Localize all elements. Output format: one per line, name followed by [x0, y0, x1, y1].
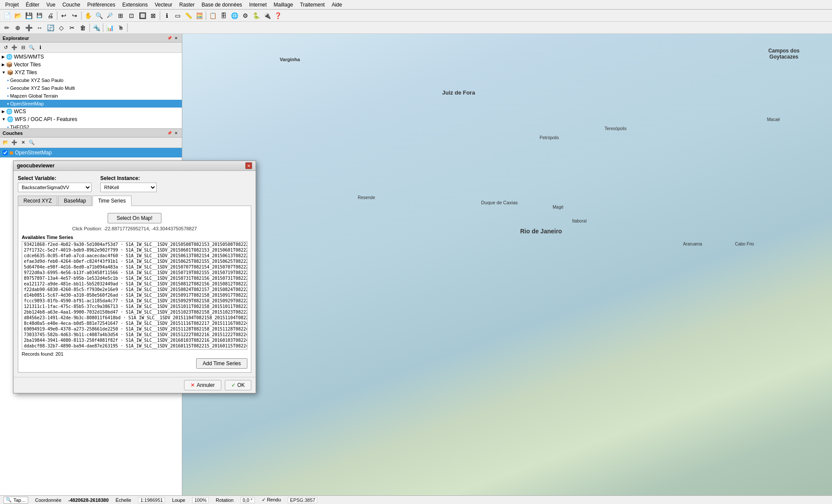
tab-time-series[interactable]: Time Series: [92, 196, 132, 206]
ts-list-item[interactable]: 89757897-13a4-4e57-b95b-1e532d4e5c1b · S…: [22, 275, 247, 281]
zoom-native-btn[interactable]: ⊠: [148, 10, 158, 21]
ts-list-item[interactable]: 2bb124b8-a63e-4aa1-9900-7032d150bd47 · S…: [22, 309, 247, 315]
collapse-btn[interactable]: ⊟: [19, 44, 27, 52]
snap-btn[interactable]: 🔩: [91, 23, 102, 33]
ts-list-item[interactable]: 93421868-f2ed-4b02-9a30-5d1004af53d7 · S…: [22, 242, 247, 247]
tree-item-theos2[interactable]: ▪ THEOS2: [0, 123, 182, 129]
print-btn[interactable]: 🖨: [45, 10, 56, 21]
move-btn[interactable]: ↔: [34, 23, 45, 33]
select-variable-dropdown[interactable]: BackscatterSigma0VV: [18, 183, 92, 192]
tree-item-osm[interactable]: ▪ OpenStreetMap: [0, 100, 182, 108]
ok-btn[interactable]: ✓ OK: [225, 380, 251, 390]
dialog-titlebar[interactable]: geocubeviewer ✕: [13, 161, 256, 171]
remove-lyr-btn[interactable]: ✕: [19, 139, 27, 147]
help-btn[interactable]: ❓: [273, 10, 283, 21]
select-instance-dropdown[interactable]: RNKell: [100, 183, 157, 192]
tree-item-mapzen[interactable]: ▪ Mapzen Global Terrain: [0, 92, 182, 100]
ts-list-item[interactable]: efae3d9d-feb0-4264-b0ef-c824f43f91b1 · S…: [22, 259, 247, 264]
undo-btn[interactable]: ↩: [59, 10, 69, 21]
save-btn[interactable]: 💾: [23, 10, 34, 21]
properties-btn[interactable]: ℹ: [36, 44, 44, 52]
zoom-in-btn[interactable]: 🔍: [94, 10, 104, 21]
digitize-btn[interactable]: ✏: [2, 23, 12, 33]
ts-list-item[interactable]: 9722d0a3-6995-4e56-b13f-a03458f11566 · S…: [22, 270, 247, 275]
ts-list-item[interactable]: cdce6635-0c05-4fa0-a7cd-aacecdac4f60 · S…: [22, 253, 247, 259]
zoom-extent-btn[interactable]: ⊞: [115, 10, 126, 21]
open-layer-btn[interactable]: 📋: [207, 10, 218, 21]
ts-list-item[interactable]: f22dab90-6830-4260-85c5-f7930e2e16e9 · S…: [22, 287, 247, 292]
search-box[interactable]: 🔍 Tap…: [3, 497, 28, 504]
add-time-series-btn[interactable]: Add Time Series: [196, 358, 247, 369]
layer-osm[interactable]: ■ OpenStreetMap: [0, 148, 182, 157]
delete-btn[interactable]: 🗑: [78, 23, 88, 33]
filter-lyr-btn[interactable]: 🔍: [28, 139, 36, 147]
identify-btn[interactable]: ℹ: [161, 10, 172, 21]
redo-btn[interactable]: ↪: [69, 10, 80, 21]
open-btn[interactable]: 📂: [13, 10, 23, 21]
python-btn[interactable]: 🐍: [251, 10, 261, 21]
measure-btn[interactable]: 📏: [183, 10, 194, 21]
rotation-value[interactable]: 0,0 °: [240, 497, 255, 503]
reshape-btn[interactable]: ◇: [56, 23, 66, 33]
new-project-btn[interactable]: 📄: [2, 10, 12, 21]
add-lyr-btn[interactable]: ➕: [10, 139, 18, 147]
ts-list-item[interactable]: 121311c1-1fac-475c-85b5-37cc9a386713 · S…: [22, 304, 247, 309]
ts-list-item[interactable]: 2ba19844-3941-4080-8113-250f4081f82f · S…: [22, 337, 247, 343]
ts-list-item[interactable]: ddabcf08-32b7-4890-ba94-dae87e263195 · S…: [22, 343, 247, 349]
filter-btn[interactable]: 🔍: [28, 44, 36, 52]
couches-pin-btn[interactable]: 📌: [166, 130, 172, 136]
tab-record-xyz[interactable]: Record XYZ: [18, 196, 57, 206]
explorer-pin-btn[interactable]: 📌: [166, 35, 172, 41]
dialog-close-btn[interactable]: ✕: [245, 162, 252, 169]
tree-item-geocube-sp[interactable]: ▪ Geocube XYZ Sao Paulo: [0, 76, 182, 84]
time-series-listbox[interactable]: 93421868-f2ed-4b02-9a30-5d1004af53d7 · S…: [22, 241, 247, 350]
tree-item-xyz-tiles[interactable]: ▼ 📦 XYZ Tiles: [0, 69, 182, 76]
menu-aide[interactable]: Aide: [328, 1, 345, 9]
open-lyr-btn[interactable]: 📂: [2, 139, 10, 147]
menu-vue[interactable]: Vue: [43, 1, 59, 9]
select-feature-btn[interactable]: 🖱: [115, 23, 126, 33]
browser-btn[interactable]: 🌐: [229, 10, 240, 21]
ts-list-item[interactable]: 8c48d0a5-e40e-4eca-b0d5-881e72541647 · S…: [22, 321, 247, 326]
refresh-btn[interactable]: ↺: [2, 44, 10, 52]
tree-item-geocube-sp-multi[interactable]: ▪ Geocube XYZ Sao Paulo Multi: [0, 84, 182, 92]
split-btn[interactable]: ✂: [67, 23, 77, 33]
ts-list-item[interactable]: 27f1732c-5e2f-4019-bdb9-8962e902f799 · S…: [22, 247, 247, 253]
zoom-layer-btn[interactable]: ⊡: [126, 10, 137, 21]
menu-internet[interactable]: Internet: [246, 1, 270, 9]
select-on-map-btn[interactable]: Select On Map!: [108, 213, 162, 223]
ts-list-item[interactable]: 5d64704e-e98f-4d16-8ed0-a71b094a483a · S…: [22, 264, 247, 270]
ts-list-item[interactable]: 73033745-582b-4d63-9b11-c4087a4b3d54 · S…: [22, 332, 247, 337]
menu-preferences[interactable]: Préférences: [84, 1, 119, 9]
menu-traitement[interactable]: Traitement: [296, 1, 328, 9]
layer-osm-checkbox[interactable]: [3, 150, 8, 155]
couches-close-btn[interactable]: ✕: [173, 130, 179, 136]
map-area[interactable]: Varginha Juiz de Fora Campos dosGoytacaz…: [182, 34, 832, 495]
menu-vecteur[interactable]: Vecteur: [151, 1, 176, 9]
ts-list-item[interactable]: 9636e975-d53b-49e9-b114-a2ba4eb8c93b · S…: [22, 349, 247, 350]
save-as-btn[interactable]: 💾: [34, 10, 45, 21]
zoom-out-btn[interactable]: 🔎: [105, 10, 115, 21]
tree-item-wfs[interactable]: ▼ 🌐 WFS / OGC API - Features: [0, 115, 182, 123]
geocubeviewer-dialog[interactable]: geocubeviewer ✕ Select Variable: Backsca…: [13, 160, 256, 393]
plugins-btn[interactable]: 🔌: [262, 10, 272, 21]
tree-item-wms[interactable]: ▶ 🌐 WMS/WMTS: [0, 53, 182, 61]
menu-raster[interactable]: Raster: [176, 1, 198, 9]
loupe-value[interactable]: 100%: [192, 497, 209, 503]
ts-list-item[interactable]: fccc9893-01fb-4590-bf91-ac1185da4c77 · S…: [22, 298, 247, 304]
tree-item-wcs[interactable]: ▶ 🌐 WCS: [0, 108, 182, 115]
tab-basemap[interactable]: BaseMap: [58, 196, 92, 206]
menu-editer[interactable]: Éditer: [22, 1, 43, 9]
ts-list-item[interactable]: d14b0851-5c67-4d30-a310-050e560f26ad · S…: [22, 292, 247, 298]
ts-list-item[interactable]: d8456e23-1491-42de-9b3c-808011f6418bd · …: [22, 315, 247, 321]
rotate-btn[interactable]: 🔄: [45, 23, 56, 33]
zoom-selection-btn[interactable]: 🔲: [137, 10, 148, 21]
add-layer-btn[interactable]: ➕: [10, 44, 18, 52]
select-rect-btn[interactable]: ▭: [172, 10, 183, 21]
pan-btn[interactable]: ✋: [83, 10, 93, 21]
attr-table-btn[interactable]: 📊: [105, 23, 115, 33]
explorer-close-btn[interactable]: ✕: [173, 35, 179, 41]
echelle-value[interactable]: 1:1986951: [138, 497, 165, 503]
cancel-btn[interactable]: ✕ Annuler: [184, 380, 221, 390]
menu-projet[interactable]: Projet: [2, 1, 22, 9]
